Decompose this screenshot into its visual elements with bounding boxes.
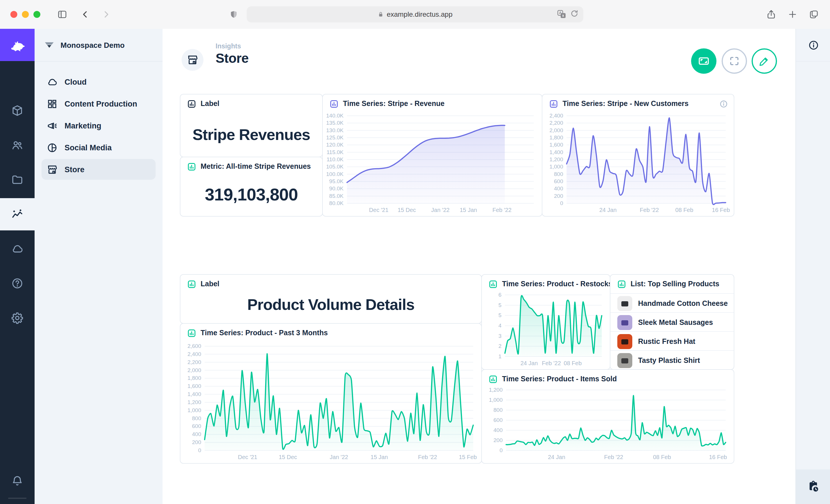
list-item[interactable]: Handmade Cotton Cheese xyxy=(610,293,734,313)
translate-icon[interactable]: Ax xyxy=(557,9,567,19)
panel-timeseries-restocks[interactable]: Time Series: Product - Restocks 65543212… xyxy=(481,274,610,370)
svg-text:2,400: 2,400 xyxy=(549,112,563,119)
product-thumbnail xyxy=(617,315,632,330)
svg-text:Feb '22: Feb '22 xyxy=(542,360,561,366)
project-chooser[interactable]: Monospace Demo xyxy=(35,29,163,62)
metric-value: 319,103,800 xyxy=(181,173,322,216)
notifications-bell-icon[interactable] xyxy=(0,465,35,497)
panel-header: Time Series: Stripe - New Customers xyxy=(563,100,689,108)
svg-text:08 Feb: 08 Feb xyxy=(564,360,582,366)
sidebar-item-cloud[interactable]: Cloud xyxy=(41,71,156,92)
tabs-overview-icon[interactable] xyxy=(807,7,821,21)
pie-circle-icon xyxy=(47,142,58,153)
svg-text:2: 2 xyxy=(498,343,502,349)
svg-text:600: 600 xyxy=(493,417,503,423)
panel-timeseries-past-3-months[interactable]: Time Series: Product - Past 3 Months 2,6… xyxy=(180,323,482,464)
panel-label-product[interactable]: Label Product Volume Details xyxy=(180,274,482,324)
panel-timeseries-items-sold[interactable]: Time Series: Product - Items Sold 1,2001… xyxy=(481,369,734,464)
window-minimize-button[interactable] xyxy=(22,11,29,18)
svg-text:2,400: 2,400 xyxy=(187,351,201,357)
module-users-icon[interactable] xyxy=(0,129,35,161)
svg-text:120.0K: 120.0K xyxy=(326,142,344,148)
svg-text:110.0K: 110.0K xyxy=(326,156,344,162)
svg-text:24 Jan: 24 Jan xyxy=(520,360,538,366)
module-cloud-icon[interactable] xyxy=(0,233,35,265)
svg-text:Feb '22: Feb '22 xyxy=(418,454,437,460)
window-close-button[interactable] xyxy=(10,11,17,18)
panel-info-icon[interactable] xyxy=(719,100,728,108)
svg-text:15 Jan: 15 Jan xyxy=(460,207,477,213)
sidebar-item-marketing[interactable]: Marketing xyxy=(41,115,156,136)
sidebar-item-social-media[interactable]: Social Media xyxy=(41,137,156,158)
svg-text:125.0K: 125.0K xyxy=(326,134,344,140)
window-zoom-button[interactable] xyxy=(33,11,40,18)
svg-text:80.0K: 80.0K xyxy=(329,200,344,206)
lock-icon xyxy=(378,11,384,18)
sidebar-item-label: Cloud xyxy=(65,77,87,86)
svg-text:5: 5 xyxy=(498,312,502,318)
forward-icon[interactable] xyxy=(99,7,113,21)
svg-text:200: 200 xyxy=(192,439,201,445)
page-title: Store xyxy=(216,51,249,66)
sidebar-item-content-production[interactable]: Content Production xyxy=(41,93,156,114)
fit-screen-button[interactable] xyxy=(691,48,716,74)
module-content-icon[interactable] xyxy=(0,95,35,127)
share-icon[interactable] xyxy=(764,7,778,21)
list-item[interactable]: Rustic Fresh Hat xyxy=(610,331,734,351)
dashboard-grid-icon xyxy=(47,98,58,109)
activity-dock-button[interactable] xyxy=(796,469,830,504)
module-help-icon[interactable] xyxy=(0,267,35,300)
panel-timeseries-stripe-revenue[interactable]: Time Series: Stripe - Revenue 140.0K135.… xyxy=(322,94,542,216)
chart-panel-icon xyxy=(330,99,338,108)
back-icon[interactable] xyxy=(78,7,92,21)
megaphone-icon xyxy=(47,120,58,131)
module-insights-icon[interactable] xyxy=(0,198,35,230)
svg-text:1: 1 xyxy=(498,354,502,360)
list-item[interactable]: Tasty Plastic Shirt xyxy=(610,350,734,370)
svg-text:0: 0 xyxy=(198,447,201,453)
svg-text:Feb '22: Feb '22 xyxy=(492,207,512,213)
svg-text:Jan '22: Jan '22 xyxy=(431,207,450,213)
svg-text:3: 3 xyxy=(498,333,502,339)
breadcrumb[interactable]: Insights xyxy=(216,43,241,49)
chart-stripe-revenue: 140.0K135.0K130.0K125.0K120.0K115.0K110.… xyxy=(325,112,538,215)
svg-text:95.0K: 95.0K xyxy=(329,178,344,184)
new-tab-icon[interactable] xyxy=(786,7,799,21)
svg-text:2,000: 2,000 xyxy=(549,127,563,133)
svg-text:2,200: 2,200 xyxy=(187,359,201,365)
sidebar-toggle-icon[interactable] xyxy=(55,7,69,21)
sidebar-info-button[interactable] xyxy=(796,29,830,62)
svg-text:15 Feb: 15 Feb xyxy=(459,454,477,460)
svg-text:800: 800 xyxy=(192,415,201,421)
chart-panel-icon xyxy=(187,99,196,108)
right-sidebar xyxy=(795,29,830,504)
sidebar-item-store[interactable]: Store xyxy=(41,159,156,180)
chart-panel-icon xyxy=(187,162,196,171)
panel-timeseries-new-customers[interactable]: Time Series: Stripe - New Customers 2,40… xyxy=(542,94,734,216)
svg-text:x: x xyxy=(562,13,564,18)
product-name: Handmade Cotton Cheese xyxy=(638,299,728,307)
svg-text:1,600: 1,600 xyxy=(549,142,563,148)
svg-text:0: 0 xyxy=(560,200,563,206)
panel-header: List: Top Selling Products xyxy=(631,280,719,288)
project-icon xyxy=(44,39,55,51)
reload-icon[interactable] xyxy=(570,9,579,19)
panel-header: Time Series: Product - Past 3 Months xyxy=(200,329,328,337)
product-thumbnail xyxy=(617,296,632,311)
privacy-shield-icon[interactable] xyxy=(226,7,241,21)
edit-dashboard-button[interactable] xyxy=(752,48,777,74)
module-files-icon[interactable] xyxy=(0,164,35,196)
panel-list-top-selling-products[interactable]: List: Top Selling Products Handmade Cott… xyxy=(610,274,734,370)
url-field[interactable]: example.directus.app Ax xyxy=(247,6,583,23)
directus-logo-button[interactable] xyxy=(0,29,35,61)
svg-text:200: 200 xyxy=(554,193,563,199)
module-settings-icon[interactable] xyxy=(0,302,35,334)
panel-label-stripe[interactable]: Label Stripe Revenues xyxy=(180,94,323,157)
main-content: Insights Store Label Stripe Revenues Met… xyxy=(163,29,795,504)
user-avatar-icon[interactable] xyxy=(0,503,35,504)
module-bar-divider xyxy=(8,498,27,499)
panel-metric-stripe[interactable]: Metric: All-time Stripe Revenues 319,103… xyxy=(180,157,323,216)
list-item[interactable]: Sleek Metal Sausages xyxy=(610,312,734,332)
fullscreen-button[interactable] xyxy=(722,48,747,74)
sidebar-item-label: Social Media xyxy=(65,143,112,152)
